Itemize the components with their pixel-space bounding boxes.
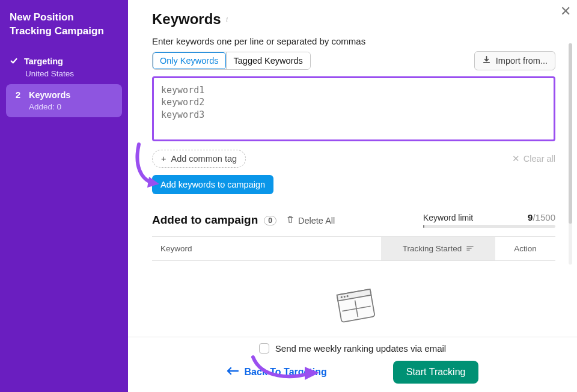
added-title: Added to campaign <box>152 213 258 227</box>
add-common-tag-button[interactable]: + Add common tag <box>152 150 246 168</box>
start-tracking-button[interactable]: Start Tracking <box>393 361 479 384</box>
sort-icon <box>466 244 474 253</box>
sidebar-title: New Position Tracking Campaign <box>0 11 128 52</box>
import-from-button[interactable]: Import from... <box>474 51 555 70</box>
keyword-limit: Keyword limit 9/1500 <box>423 212 555 228</box>
limit-label: Keyword limit <box>423 213 473 222</box>
keyword-mode-tabs: Only Keywords Tagged Keywords <box>152 52 311 70</box>
step-label: Targeting <box>24 57 63 66</box>
main-panel: ✕ Keywords i Enter keywords one per line… <box>128 0 577 392</box>
x-icon: ✕ <box>512 154 520 164</box>
plus-icon: + <box>161 154 166 164</box>
step-number: 2 <box>13 90 23 100</box>
col-tracking-label: Tracking Started <box>403 244 462 253</box>
scrollbar-thumb[interactable] <box>569 43 572 224</box>
keywords-table-header: Keyword Tracking Started Action <box>152 236 555 261</box>
footer: Send me weekly ranking updates via email… <box>128 337 577 392</box>
tab-only-keywords[interactable]: Only Keywords <box>153 52 226 69</box>
sidebar-step-keywords[interactable]: 2 Keywords Added: 0 <box>6 84 122 117</box>
col-keyword[interactable]: Keyword <box>152 237 381 260</box>
checkmark-icon <box>10 57 18 67</box>
delete-all-label: Delete All <box>298 216 335 225</box>
import-label: Import from... <box>496 56 548 66</box>
sidebar: New Position Tracking Campaign Targeting… <box>0 0 128 392</box>
back-to-targeting-button[interactable]: Back To Targeting <box>227 367 327 378</box>
add-keywords-button[interactable]: Add keywords to campaign <box>152 175 273 194</box>
keywords-textarea[interactable] <box>152 76 555 141</box>
weekly-updates-label: Send me weekly ranking updates via email <box>275 343 446 354</box>
arrow-left-icon <box>227 367 239 378</box>
step-sublabel: Added: 0 <box>29 102 115 111</box>
weekly-updates-checkbox[interactable] <box>259 343 269 354</box>
tab-tagged-keywords[interactable]: Tagged Keywords <box>226 52 310 69</box>
added-count-badge: 0 <box>264 216 276 225</box>
col-action: Action <box>495 237 555 260</box>
delete-all-button[interactable]: Delete All <box>286 215 335 225</box>
col-tracking-started[interactable]: Tracking Started <box>381 237 495 260</box>
info-icon[interactable]: i <box>226 14 228 24</box>
trash-icon <box>286 215 295 225</box>
sidebar-step-targeting[interactable]: Targeting United States <box>0 52 128 84</box>
instruction-text: Enter keywords one per line or separated… <box>152 36 555 46</box>
page-title: Keywords <box>152 11 221 28</box>
step-label: Keywords <box>29 90 70 100</box>
scrollbar[interactable] <box>569 43 572 265</box>
empty-state-illustration <box>152 281 555 329</box>
download-icon <box>482 55 491 66</box>
clear-all-label: Clear all <box>524 154 555 164</box>
back-label: Back To Targeting <box>245 367 327 378</box>
limit-progress-bar <box>423 225 555 228</box>
limit-total: /1500 <box>533 212 555 222</box>
tag-button-label: Add common tag <box>171 154 237 164</box>
clear-all-button[interactable]: ✕ Clear all <box>512 154 555 164</box>
step-sublabel: United States <box>25 69 118 78</box>
